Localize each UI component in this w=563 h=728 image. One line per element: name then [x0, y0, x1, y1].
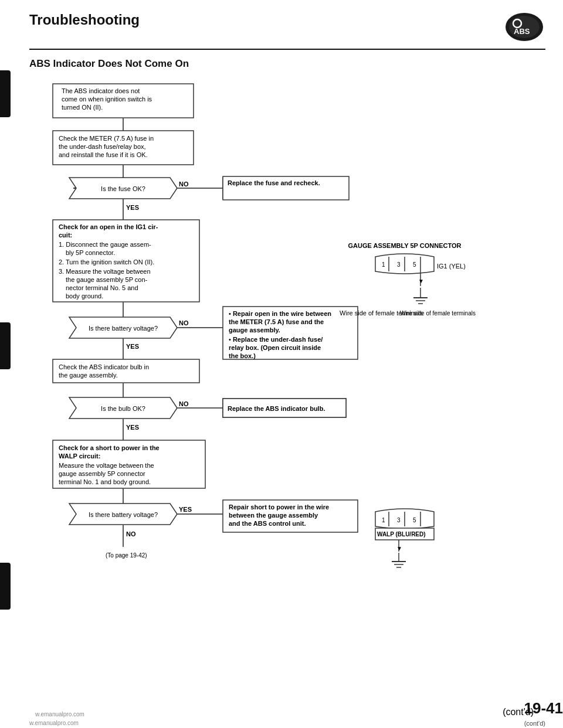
svg-rect-49	[53, 359, 199, 383]
header: Troubleshooting ABS	[29, 12, 545, 44]
abs-logo: ABS	[504, 12, 545, 44]
watermark-left: w.emanualpro.com	[35, 711, 84, 717]
svg-text:1: 1	[382, 261, 385, 268]
svg-text:relay box. (Open circuit insid: relay box. (Open circuit inside	[229, 344, 321, 351]
page-title: Troubleshooting	[29, 12, 140, 28]
watermark-left-text: w.emanualpro.com	[29, 720, 79, 728]
svg-text:the METER (7.5 A) fuse and the: the METER (7.5 A) fuse and the	[229, 318, 324, 325]
svg-text:YES: YES	[179, 506, 192, 513]
left-tab-2	[0, 322, 11, 369]
svg-text:• Replace the under-dash fuse/: • Replace the under-dash fuse/	[229, 336, 323, 343]
svg-text:WALP (BLU/RED): WALP (BLU/RED)	[377, 531, 426, 538]
svg-text:WALP circuit:: WALP circuit:	[59, 453, 100, 460]
svg-text:▼: ▼	[418, 278, 424, 284]
svg-text:the gauge assembly.: the gauge assembly.	[59, 372, 118, 379]
svg-text:Is the bulb OK?: Is the bulb OK?	[101, 405, 145, 412]
svg-text:GAUGE ASSEMBLY 5P CONNECTOR: GAUGE ASSEMBLY 5P CONNECTOR	[348, 242, 462, 249]
svg-text:NO: NO	[179, 400, 189, 407]
svg-text:▼: ▼	[396, 545, 402, 552]
svg-text:gauge assembly.: gauge assembly.	[229, 326, 280, 334]
svg-text:(To page 19-42): (To page 19-42)	[106, 552, 147, 559]
svg-text:Wire side of female terminals: Wire side of female terminals	[400, 310, 476, 317]
svg-text:the box.): the box.)	[229, 352, 256, 359]
svg-text:ABS: ABS	[514, 27, 530, 36]
contd-text: (cont'd)	[524, 720, 545, 727]
svg-text:Replace the fuse and recheck.: Replace the fuse and recheck.	[228, 179, 320, 186]
svg-text:Is there battery voltage?: Is there battery voltage?	[89, 325, 158, 332]
svg-text:YES: YES	[126, 343, 139, 350]
contd-label: (cont'd)	[503, 707, 534, 717]
left-tab-1	[0, 70, 11, 117]
svg-text:between the gauge assembly: between the gauge assembly	[229, 512, 318, 519]
svg-text:YES: YES	[126, 204, 139, 211]
svg-text:The ABS indicator does not: The ABS indicator does not	[62, 87, 140, 94]
svg-text:1: 1	[382, 517, 385, 523]
svg-text:1.  Disconnect the gauge assem: 1. Disconnect the gauge assem-	[59, 241, 151, 248]
svg-text:Check for an open in the IG1 c: Check for an open in the IG1 cir-	[59, 223, 158, 230]
svg-text:5: 5	[413, 261, 416, 268]
flowchart-svg: text { font-family: Arial, Helvetica, sa…	[29, 78, 563, 693]
svg-text:and reinstall the fuse if it i: and reinstall the fuse if it is OK.	[59, 151, 148, 158]
svg-text:NO: NO	[126, 530, 136, 538]
svg-text:Replace the ABS indicator bulb: Replace the ABS indicator bulb.	[228, 405, 325, 412]
svg-text:the under-dash fuse/relay box,: the under-dash fuse/relay box,	[59, 143, 146, 150]
svg-text:cuit:: cuit:	[59, 232, 72, 239]
svg-text:Is the fuse OK?: Is the fuse OK?	[101, 185, 145, 192]
svg-text:terminal No. 1 and body ground: terminal No. 1 and body ground.	[59, 478, 151, 485]
svg-text:YES: YES	[126, 424, 139, 431]
svg-text:• Repair open in the wire betw: • Repair open in the wire between	[229, 310, 331, 317]
svg-text:come on when ignition switch i: come on when ignition switch is	[62, 96, 152, 103]
svg-text:nector terminal No. 5 and: nector terminal No. 5 and	[66, 284, 138, 291]
svg-text:body ground.: body ground.	[66, 292, 103, 300]
svg-text:3: 3	[397, 261, 401, 268]
header-divider	[29, 49, 545, 50]
svg-text:the gauge assembly 5P con-: the gauge assembly 5P con-	[66, 276, 148, 283]
svg-text:Measure the voltage between th: Measure the voltage between the	[59, 462, 154, 469]
page-container: Troubleshooting ABS ABS Indicator Does N…	[0, 0, 563, 728]
svg-text:gauge assembly 5P connector: gauge assembly 5P connector	[59, 470, 145, 477]
page-footer: w.emanualpro.com 19-41	[29, 699, 563, 717]
left-tab-3	[0, 563, 11, 610]
svg-text:IG1 (YEL): IG1 (YEL)	[437, 263, 466, 270]
svg-text:turned ON (II).: turned ON (II).	[62, 104, 103, 111]
svg-text:3.  Measure the voltage betwee: 3. Measure the voltage between	[59, 268, 151, 275]
svg-text:3: 3	[397, 517, 401, 523]
svg-text:5: 5	[413, 517, 416, 523]
svg-text:Repair short to power in the w: Repair short to power in the wire	[229, 504, 329, 511]
svg-text:and the ABS control unit.: and the ABS control unit.	[229, 520, 306, 527]
svg-text:bly 5P connector.: bly 5P connector.	[66, 249, 115, 256]
flowchart-container: text { font-family: Arial, Helvetica, sa…	[29, 78, 563, 717]
svg-text:Check the METER (7.5 A) fuse i: Check the METER (7.5 A) fuse in	[59, 135, 154, 142]
svg-text:Check for a short to power in : Check for a short to power in the	[59, 444, 160, 451]
footer-row: w.emanualpro.com (cont'd) 19-41	[29, 720, 545, 728]
svg-text:2.  Turn the ignition switch O: 2. Turn the ignition switch ON (II).	[59, 258, 154, 266]
svg-text:NO: NO	[179, 181, 189, 188]
svg-text:Check the ABS indicator bulb i: Check the ABS indicator bulb in	[59, 363, 149, 370]
section-title: ABS Indicator Does Not Come On	[29, 58, 545, 70]
svg-text:Is there battery voltage?: Is there battery voltage?	[89, 511, 158, 518]
svg-text:NO: NO	[179, 319, 189, 326]
